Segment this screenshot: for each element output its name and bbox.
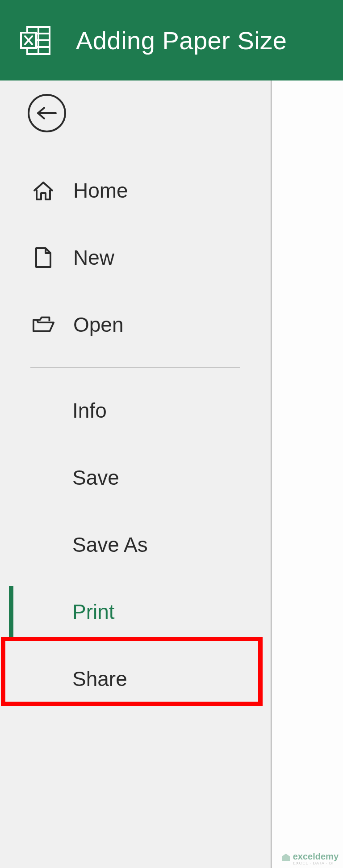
nav-open-label: Open	[73, 313, 124, 337]
svg-marker-7	[282, 854, 290, 861]
nav-share-label: Share	[72, 667, 127, 691]
watermark-sub: EXCEL · DATA · BI	[293, 861, 339, 865]
watermark-text: exceldemy	[293, 851, 339, 861]
nav-share[interactable]: Share	[0, 645, 271, 712]
watermark-logo-icon	[281, 853, 290, 864]
nav-print-label: Print	[72, 600, 115, 624]
backstage-sidebar: Home New Open Info	[0, 80, 272, 868]
content-area: exceldemy EXCEL · DATA · BI	[272, 80, 343, 868]
titlebar: Adding Paper Size	[0, 0, 343, 80]
nav-new-label: New	[73, 246, 114, 270]
new-file-icon	[32, 247, 54, 268]
nav-save-label: Save	[72, 466, 119, 490]
nav-home[interactable]: Home	[0, 157, 271, 224]
nav-save-as[interactable]: Save As	[0, 511, 271, 578]
nav-save[interactable]: Save	[0, 444, 271, 511]
nav-info-label: Info	[72, 398, 107, 423]
back-button[interactable]	[28, 94, 66, 132]
nav-info[interactable]: Info	[0, 377, 271, 444]
nav-print[interactable]: Print	[0, 578, 271, 645]
arrow-left-icon	[36, 106, 58, 120]
nav-divider	[30, 367, 240, 368]
open-folder-icon	[32, 316, 54, 334]
nav-save-as-label: Save As	[72, 533, 148, 557]
nav-open[interactable]: Open	[0, 291, 271, 358]
excel-icon	[20, 26, 51, 55]
nav-new[interactable]: New	[0, 224, 271, 291]
home-icon	[32, 181, 54, 200]
nav-home-label: Home	[73, 178, 128, 203]
titlebar-title: Adding Paper Size	[76, 26, 287, 55]
watermark: exceldemy EXCEL · DATA · BI	[281, 851, 339, 865]
